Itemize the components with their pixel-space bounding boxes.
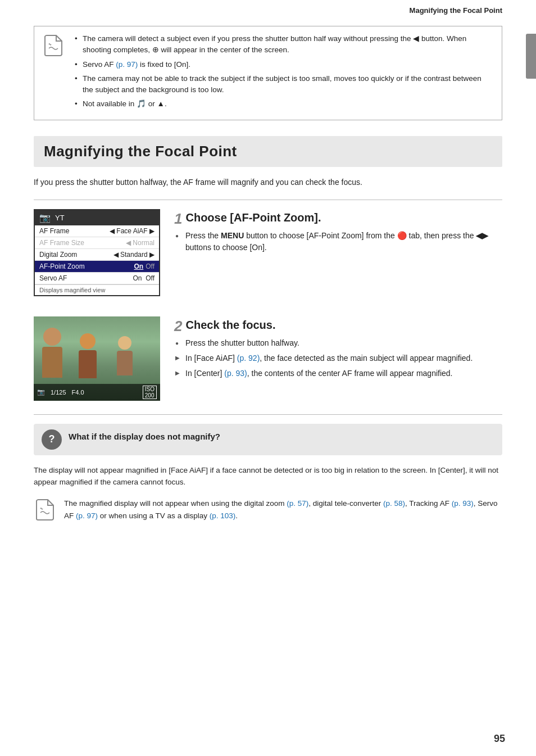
camera-menu: 📷 YT AF Frame ◀ Face AiAF ▶ AF Frame Siz… — [34, 209, 160, 296]
cam-row-af-frame: AF Frame ◀ Face AiAF ▶ — [35, 225, 159, 237]
step-2-bullet-1: Press the shutter button halfway. — [174, 337, 502, 349]
cam-row-af-point-zoom: AF-Point Zoom On Off — [35, 261, 159, 273]
note-bullet-1: The camera will detect a subject even if… — [72, 33, 494, 56]
faq-icon: ? — [42, 429, 62, 450]
faq-box: ? What if the display does not magnify? — [34, 424, 502, 455]
step-2-header: 2 Check the focus. — [174, 319, 502, 332]
page-number: 95 — [494, 733, 505, 745]
cam-row-dz-value: ◀ Standard ▶ — [113, 251, 155, 259]
cam-row-servo-af: Servo AF On Off — [35, 273, 159, 284]
cam-footer: Displays magnified view — [35, 284, 159, 295]
section-divider — [34, 200, 502, 200]
cam-row-digital-zoom: Digital Zoom ◀ Standard ▶ — [35, 249, 159, 261]
cam-row-afz-value: On Off — [134, 262, 155, 270]
person-3 — [117, 336, 133, 375]
step-1-bullet-1: Press the MENU button to choose [AF-Poin… — [174, 230, 502, 253]
face-aiaf-link[interactable]: (p. 92) — [237, 354, 260, 363]
step-2-bullet-3: In [Center] (p. 93), the contents of the… — [174, 368, 502, 379]
photo-iso: ISO200 — [143, 386, 157, 399]
bottom-note: The magnified display will not appear wh… — [34, 497, 502, 524]
servo-af-link[interactable]: (p. 97) — [116, 60, 138, 69]
cam-row-dz-label: Digital Zoom — [39, 251, 77, 259]
step-2-bullet-2: In [Face AiAF] (p. 92), the face detecte… — [174, 352, 502, 364]
step-2-bullets: Press the shutter button halfway. In [Fa… — [174, 337, 502, 379]
person-1 — [42, 328, 62, 378]
side-tab — [526, 34, 536, 79]
step-1-header: 1 Choose [AF-Point Zoom]. — [174, 211, 502, 224]
link-p57[interactable]: (p. 57) — [287, 499, 308, 508]
faq-body: The display will not appear magnified in… — [34, 464, 502, 488]
section-heading-box: Magnifying the Focal Point — [34, 136, 502, 167]
afz-off: Off — [146, 262, 155, 270]
cam-header: 📷 YT — [35, 210, 159, 225]
cam-tab-label: YT — [55, 214, 65, 222]
bottom-note-icon — [34, 497, 56, 524]
cam-row-af-size-value: ◀ Normal — [126, 239, 155, 247]
camera-header-icon: 📷 — [39, 212, 51, 223]
person-2 — [79, 333, 97, 378]
link-p93[interactable]: (p. 93) — [452, 499, 474, 508]
cam-rows: AF Frame ◀ Face AiAF ▶ AF Frame Size ◀ N… — [35, 225, 159, 284]
photo-shutter: 1/125 — [51, 389, 66, 396]
link-p58[interactable]: (p. 58) — [383, 499, 405, 508]
photo-aperture: F4.0 — [72, 389, 84, 396]
cam-row-af-frame-label: AF Frame — [39, 227, 69, 235]
header-title: Magnifying the Focal Point — [410, 6, 502, 15]
photo-icon: 📷 — [37, 388, 45, 396]
note-bullet-3: The camera may not be able to track the … — [72, 73, 494, 96]
faq-title: What if the display does not magnify? — [69, 429, 220, 441]
note-content: The camera will detect a subject even if… — [72, 33, 494, 113]
page-container: Magnifying the Focal Point The camera wi… — [0, 0, 536, 756]
main-content: The camera will detect a subject even if… — [0, 20, 536, 544]
cam-row-af-size-label: AF Frame Size — [39, 239, 84, 247]
photo-overlay-bar: 📷 1/125 F4.0 ISO200 — [34, 384, 160, 401]
link-p97[interactable]: (p. 97) — [76, 511, 98, 520]
cam-row-af-size: AF Frame Size ◀ Normal — [35, 237, 159, 249]
section-heading: Magnifying the Focal Point — [44, 143, 492, 160]
step-2-right: 2 Check the focus. Press the shutter but… — [174, 316, 502, 383]
step-1-row: 📷 YT AF Frame ◀ Face AiAF ▶ AF Frame Siz… — [34, 209, 502, 303]
menu-key: MENU — [221, 231, 244, 240]
step-1-number: 1 — [174, 211, 182, 226]
cam-row-afz-label: AF-Point Zoom — [39, 262, 85, 270]
step-1-bullets: Press the MENU button to choose [AF-Poin… — [174, 230, 502, 253]
center-link[interactable]: (p. 93) — [224, 369, 247, 378]
note-icon — [42, 33, 65, 60]
note-bullet-2: Servo AF (p. 97) is fixed to [On]. — [72, 59, 494, 70]
afz-on: On — [134, 262, 144, 270]
step-2-row: 📷 1/125 F4.0 ISO200 2 Check the focus. P… — [34, 316, 502, 401]
intro-text: If you press the shutter button halfway,… — [34, 176, 502, 188]
step-1-right: 1 Choose [AF-Point Zoom]. Press the MENU… — [174, 209, 502, 257]
cam-row-servo-label: Servo AF — [39, 274, 67, 282]
step-2-title: Check the focus. — [174, 319, 502, 332]
step-1-title: Choose [AF-Point Zoom]. — [174, 211, 502, 224]
camera-photo: 📷 1/125 F4.0 ISO200 — [34, 316, 160, 401]
step-2-number: 2 — [174, 319, 182, 333]
bottom-note-text: The magnified display will not appear wh… — [64, 497, 502, 522]
header-area: Magnifying the Focal Point — [0, 0, 536, 20]
note-bullet-4: Not available in 🎵 or ▲. — [72, 98, 494, 110]
cam-row-af-frame-value: ◀ Face AiAF ▶ — [110, 227, 155, 235]
step-2-left: 📷 1/125 F4.0 ISO200 — [34, 316, 163, 401]
link-p103[interactable]: (p. 103) — [210, 511, 236, 520]
note-box: The camera will detect a subject even if… — [34, 26, 502, 120]
faq-divider — [34, 414, 502, 415]
cam-row-servo-value: On Off — [133, 274, 155, 282]
note-bullets: The camera will detect a subject even if… — [72, 33, 494, 110]
step-1-left: 📷 YT AF Frame ◀ Face AiAF ▶ AF Frame Siz… — [34, 209, 163, 303]
